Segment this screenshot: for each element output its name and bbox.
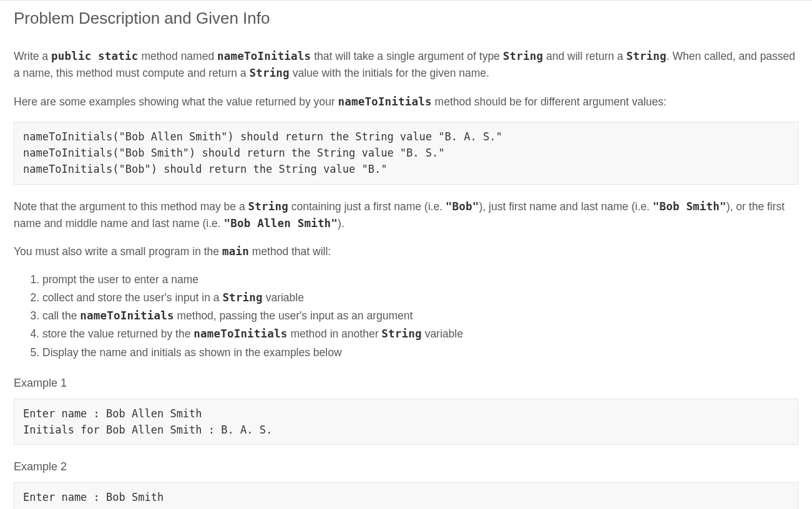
text: store the value returned by the xyxy=(42,327,193,340)
code-nametoinitials: nameToInitials xyxy=(217,50,311,62)
note-paragraph: Note that the argument to this method ma… xyxy=(14,198,798,232)
text: Write a xyxy=(14,50,51,62)
text: variable xyxy=(263,291,304,304)
text: that will take a single argument of type xyxy=(311,50,502,62)
code-nametoinitials: nameToInitials xyxy=(80,309,174,322)
code-bob-smith: "Bob Smith" xyxy=(653,200,726,213)
code-string: String xyxy=(249,67,289,79)
text: variable xyxy=(422,327,463,340)
text: method in another xyxy=(288,327,382,340)
text: Note that the argument to this method ma… xyxy=(14,200,248,213)
code-nametoinitials: nameToInitials xyxy=(193,327,287,340)
code-bob: "Bob" xyxy=(446,200,479,213)
code-main: main xyxy=(222,245,249,258)
text: method that will: xyxy=(249,245,331,258)
text: method, passing the user's input as an a… xyxy=(174,309,413,322)
text: method named xyxy=(139,50,217,62)
example-2-label: Example 2 xyxy=(14,458,798,476)
text: containing just a first name (i.e. xyxy=(288,200,446,213)
text: call the xyxy=(42,309,80,322)
page-title: Problem Description and Given Info xyxy=(14,6,798,31)
code-string: String xyxy=(222,291,262,304)
intro-paragraph-2: Here are some examples showing what the … xyxy=(14,94,798,110)
step-5: Display the name and initials as shown i… xyxy=(42,344,798,361)
code-bob-allen-smith: "Bob Allen Smith" xyxy=(224,217,338,230)
code-string: String xyxy=(626,50,666,62)
example-2-block: Enter name : Bob Smith Initials for Bob … xyxy=(14,482,798,509)
code-string: String xyxy=(381,327,421,340)
text: ). xyxy=(338,217,345,230)
example-1-label: Example 1 xyxy=(14,375,798,392)
step-2: collect and store the user's input in a … xyxy=(42,289,798,306)
intro-paragraph-1: Write a public static method named nameT… xyxy=(14,48,798,82)
text: and will return a xyxy=(543,50,626,62)
text: value with the initials for the given na… xyxy=(290,67,489,79)
text: ), just first name and last name (i.e. xyxy=(479,200,653,213)
text: collect and store the user's input in a xyxy=(42,291,222,304)
steps-list: prompt the user to enter a name collect … xyxy=(14,271,798,361)
step-3: call the nameToInitials method, passing … xyxy=(42,308,798,324)
code-string: String xyxy=(248,200,288,213)
example-1-block: Enter name : Bob Allen Smith Initials fo… xyxy=(14,399,798,445)
code-nametoinitials: nameToInitials xyxy=(338,95,431,108)
step-1: prompt the user to enter a name xyxy=(42,271,798,288)
text: Here are some examples showing what the … xyxy=(14,95,338,108)
text: You must also write a small program in t… xyxy=(14,245,222,258)
main-requirement-paragraph: You must also write a small program in t… xyxy=(14,243,798,260)
code-string: String xyxy=(503,50,543,62)
step-4: store the value returned by the nameToIn… xyxy=(42,326,798,342)
text: method should be for different argument … xyxy=(432,95,667,108)
code-block-examples: nameToInitials("Bob Allen Smith") should… xyxy=(14,122,798,185)
code-public-static: public static xyxy=(51,50,139,62)
